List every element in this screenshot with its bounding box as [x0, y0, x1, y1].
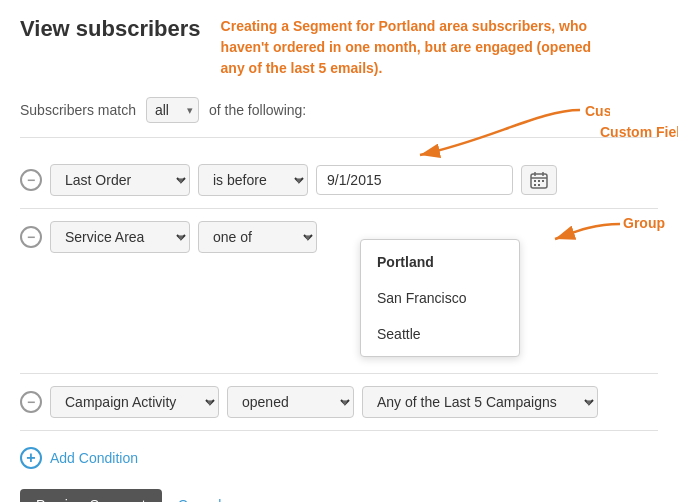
condition-row-1: − Last Order is before is after: [20, 152, 658, 209]
match-select[interactable]: all any: [146, 97, 199, 123]
condition-row-3: − Campaign Activity opened clicked not o…: [20, 374, 658, 431]
match-label: Subscribers match: [20, 102, 136, 118]
operator-select-2[interactable]: one of not one of: [198, 221, 317, 253]
remove-condition-1[interactable]: −: [20, 169, 42, 191]
operator-select-3[interactable]: opened clicked not opened: [227, 386, 354, 418]
footer-actions: Preview Segment Cancel: [20, 481, 658, 502]
date-input-1[interactable]: [316, 165, 513, 195]
add-condition-label[interactable]: Add Condition: [50, 450, 138, 466]
field-select-1[interactable]: Last Order: [50, 164, 190, 196]
add-condition-row: + Add Condition: [20, 431, 658, 481]
svg-rect-8: [538, 184, 540, 186]
page-description: Creating a Segment for Portland area sub…: [221, 16, 601, 79]
condition-row-2: − Service Area one of not one of Portlan…: [20, 209, 658, 374]
cancel-button[interactable]: Cancel: [178, 497, 222, 502]
campaign-value-select[interactable]: Any of the Last 5 Campaigns: [362, 386, 598, 418]
remove-condition-3[interactable]: −: [20, 391, 42, 413]
service-area-dropdown[interactable]: Portland San Francisco Seattle: [360, 239, 520, 357]
svg-text:Group: Group: [623, 215, 665, 231]
dropdown-item-san-francisco[interactable]: San Francisco: [361, 280, 519, 316]
svg-rect-5: [538, 180, 540, 182]
calendar-button-1[interactable]: [521, 165, 557, 195]
remove-condition-2[interactable]: −: [20, 226, 42, 248]
dropdown-item-seattle[interactable]: Seattle: [361, 316, 519, 352]
svg-rect-7: [534, 184, 536, 186]
page-title: View subscribers: [20, 16, 201, 42]
custom-field-annotation: Custom Field: [600, 124, 678, 140]
preview-segment-button[interactable]: Preview Segment: [20, 489, 162, 502]
add-condition-plus[interactable]: +: [20, 447, 42, 469]
dropdown-item-portland[interactable]: Portland: [361, 244, 519, 280]
field-select-2[interactable]: Service Area: [50, 221, 190, 253]
of-following-label: of the following:: [209, 102, 306, 118]
field-select-3[interactable]: Campaign Activity: [50, 386, 219, 418]
operator-select-1[interactable]: is before is after: [198, 164, 308, 196]
svg-rect-4: [534, 180, 536, 182]
svg-rect-6: [542, 180, 544, 182]
